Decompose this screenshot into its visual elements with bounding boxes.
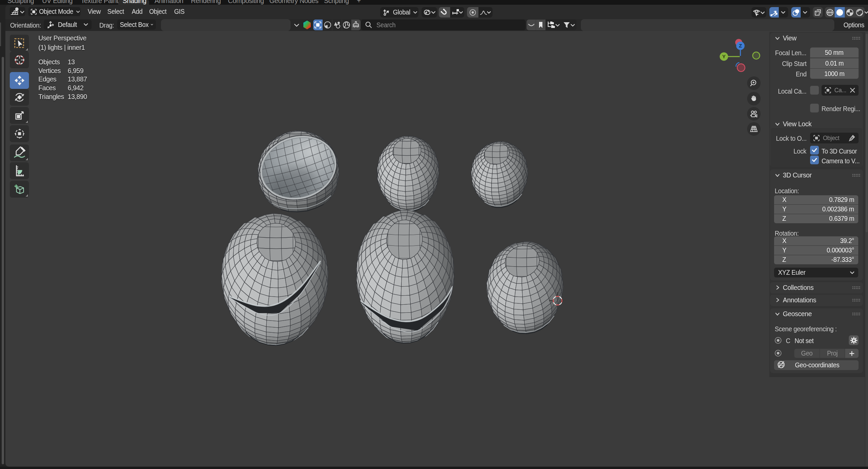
svg-text:Y: Y [722,54,725,59]
svg-text:Z: Z [739,43,742,49]
